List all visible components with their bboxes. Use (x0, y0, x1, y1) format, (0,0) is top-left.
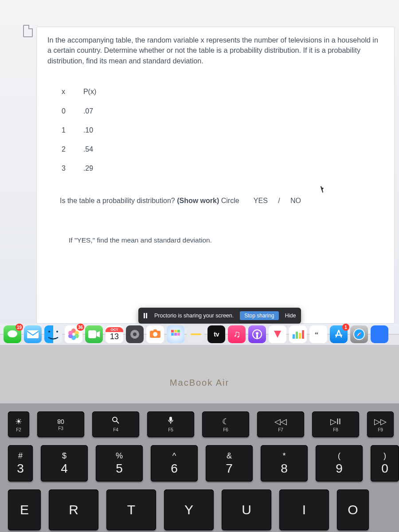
key-f5[interactable]: F5 (147, 411, 194, 437)
svg-rect-23 (177, 333, 180, 336)
dock-safari[interactable] (350, 325, 368, 343)
svg-rect-26 (256, 335, 258, 338)
svg-rect-27 (293, 334, 295, 339)
key-3[interactable]: # 3 (8, 445, 33, 481)
sub1-text: Is the table a probability distribution? (60, 197, 177, 204)
dock-facetime[interactable] (85, 325, 103, 343)
col-x-header: x (60, 82, 75, 101)
dock-app-generic[interactable] (167, 325, 184, 343)
dock-appletv[interactable]: tv (207, 325, 225, 343)
probability-table: x P(x) 0 .07 1 .10 2 .54 3 .29 (60, 82, 106, 178)
dock-music[interactable]: ♫ (228, 325, 246, 343)
key-o[interactable]: O (337, 489, 369, 530)
dock-textedit[interactable]: “ (309, 325, 327, 343)
col-p-header: P(x) (75, 82, 106, 101)
cell-p: .29 (75, 159, 106, 178)
textedit-icon: “ (313, 329, 324, 340)
table-row: 3 .29 (60, 159, 106, 178)
key-label: F9 (378, 427, 383, 432)
key-f9[interactable]: ▷▷ F9 (367, 411, 394, 437)
show-work: (Show work) (177, 197, 219, 204)
calendar-day: 13 (110, 332, 119, 341)
key-5[interactable]: % 5 (96, 445, 143, 481)
key-f7[interactable]: ◁◁ F7 (257, 411, 304, 437)
dock-podcasts[interactable] (248, 325, 266, 343)
key-u[interactable]: U (222, 489, 271, 530)
keyboard-letter-row: E R T Y U I O (0, 489, 399, 530)
mission-control-icon: 80 (57, 418, 64, 425)
key-9[interactable]: ( 9 (316, 445, 363, 481)
key-6[interactable]: ^ 6 (151, 445, 198, 481)
key-y[interactable]: Y (164, 489, 214, 530)
dock-photos[interactable]: 36 (65, 325, 82, 343)
table-row: 2 .54 (60, 140, 106, 159)
dock-app-blue[interactable] (371, 325, 388, 343)
key-upper: % (116, 451, 123, 461)
mail-icon (27, 330, 39, 338)
table-row: 0 .07 (60, 102, 106, 121)
spotlight-icon (112, 416, 120, 426)
cell-p: .07 (75, 102, 106, 121)
sub-question-1: Is the table a probability distribution?… (60, 196, 383, 206)
svg-text:“: “ (315, 331, 318, 338)
dock-stocks[interactable] (289, 325, 307, 343)
key-label: F2 (16, 427, 21, 432)
key-e[interactable]: E (8, 489, 41, 530)
key-r[interactable]: R (49, 489, 98, 530)
dock-appstore[interactable]: 1 (330, 325, 348, 343)
svg-rect-36 (169, 417, 172, 421)
key-lower: 0 (381, 462, 388, 476)
svg-line-35 (117, 421, 119, 423)
key-f8[interactable]: ▷II F8 (312, 411, 359, 437)
dock-news[interactable] (269, 325, 286, 343)
key-7[interactable]: & 7 (206, 445, 253, 481)
key-upper: $ (62, 451, 66, 461)
slash: / (278, 197, 280, 204)
key-upper: ^ (172, 451, 176, 461)
svg-point-34 (113, 417, 117, 422)
dock-finder[interactable] (44, 325, 62, 343)
facetime-icon (88, 330, 100, 338)
key-f4[interactable]: F4 (92, 411, 139, 437)
dock-photobooth[interactable] (146, 325, 164, 343)
question-card: In the accompanying table, the random va… (36, 27, 395, 324)
dock-notes[interactable] (187, 325, 205, 343)
key-upper: # (18, 451, 23, 461)
key-f3[interactable]: 80 F3 (37, 411, 84, 437)
answer-no[interactable]: NO (290, 197, 301, 204)
key-4[interactable]: $ 4 (41, 445, 88, 481)
screen-area: In the accompanying table, the random va… (0, 0, 399, 335)
svg-rect-22 (174, 333, 177, 336)
podcasts-icon (252, 329, 262, 340)
key-lower: 3 (17, 462, 24, 476)
photobooth-icon (149, 328, 161, 340)
key-upper: * (282, 451, 286, 461)
key-lower: 7 (226, 462, 233, 476)
key-f2[interactable]: ☀ F2 (8, 411, 29, 437)
hide-banner-button[interactable]: Hide (285, 313, 296, 319)
key-8[interactable]: * 8 (261, 445, 308, 481)
dock-system-settings[interactable] (126, 325, 144, 343)
dock-calendar[interactable]: OCT 13 (106, 325, 123, 343)
document-icon (23, 25, 33, 37)
answer-yes[interactable]: YES (254, 197, 268, 204)
dock-messages[interactable]: 19 (4, 325, 21, 343)
svg-rect-28 (296, 332, 298, 339)
svg-rect-20 (177, 330, 180, 332)
stop-sharing-button[interactable]: Stop sharing (240, 311, 278, 320)
dock-mail[interactable] (24, 325, 42, 343)
key-0[interactable]: ) 0 (371, 445, 399, 481)
rewind-icon: ◁◁ (274, 417, 287, 426)
key-f6[interactable]: ☾ F6 (202, 411, 249, 437)
key-label: F8 (333, 427, 338, 432)
keyboard-number-row: # 3 $ 4 % 5 ^ 6 & 7 * 8 ( 9 ) 0 (0, 445, 399, 481)
svg-rect-17 (153, 329, 157, 332)
messages-badge: 19 (16, 324, 23, 331)
fast-forward-icon: ▷▷ (374, 417, 387, 426)
table-row: 1 .10 (60, 121, 106, 140)
messages-icon (7, 329, 18, 339)
gear-icon (129, 328, 141, 340)
key-i[interactable]: I (279, 489, 329, 530)
key-t[interactable]: T (106, 489, 156, 530)
music-icon: ♫ (233, 329, 241, 340)
